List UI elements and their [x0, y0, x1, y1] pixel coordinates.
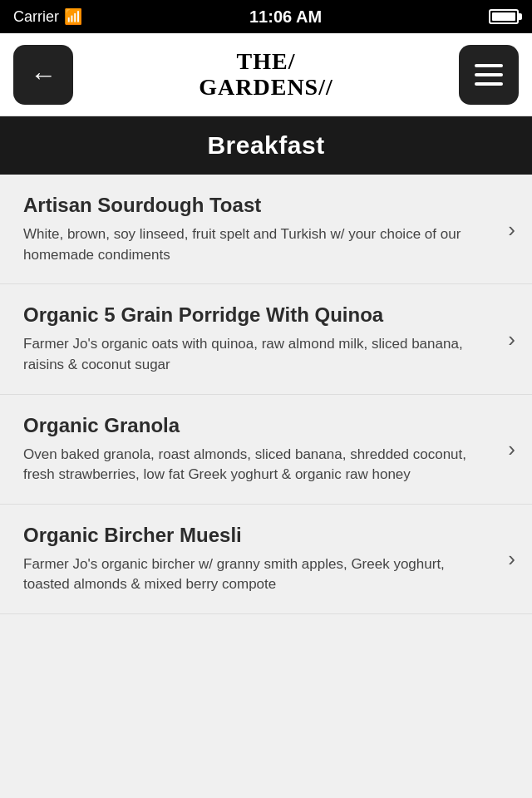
status-bar: Carrier 📶 11:06 AM [0, 0, 532, 33]
menu-item-title: Organic Granola [23, 413, 482, 438]
chevron-right-icon: › [508, 326, 515, 352]
nav-bar: ← THE/ GARDENS// [0, 33, 532, 116]
battery-icon [489, 9, 519, 24]
menu-item[interactable]: Organic GranolaOven baked granola, roast… [0, 395, 532, 505]
battery-indicator [489, 9, 519, 24]
menu-item-title: Artisan Sourdough Toast [23, 193, 482, 218]
menu-item[interactable]: Organic Bircher MuesliFarmer Jo's organi… [0, 505, 532, 614]
menu-item-title: Organic 5 Grain Porridge With Quinoa [23, 303, 482, 328]
menu-item-description: Farmer Jo's organic oats with quinoa, ra… [23, 334, 482, 375]
back-arrow-icon: ← [30, 62, 57, 88]
chevron-right-icon: › [508, 436, 515, 462]
menu-icon [475, 64, 503, 86]
app-logo: THE/ GARDENS// [199, 49, 332, 101]
menu-item[interactable]: Artisan Sourdough ToastWhite, brown, soy… [0, 175, 532, 284]
menu-item-description: Farmer Jo's organic bircher w/ granny sm… [23, 554, 482, 595]
carrier-label: Carrier [13, 8, 59, 26]
menu-list: Artisan Sourdough ToastWhite, brown, soy… [0, 175, 532, 614]
menu-item-description: Oven baked granola, roast almonds, slice… [23, 445, 482, 485]
wifi-icon: 📶 [64, 7, 82, 26]
logo-line2: GARDENS// [199, 75, 332, 101]
section-header: Breakfast [0, 116, 532, 175]
back-button[interactable]: ← [13, 45, 73, 105]
menu-item-description: White, brown, soy linseed, fruit spelt a… [23, 224, 482, 265]
chevron-right-icon: › [508, 216, 515, 242]
chevron-right-icon: › [508, 546, 515, 572]
carrier-wifi: Carrier 📶 [13, 7, 82, 26]
battery-fill [492, 12, 515, 21]
menu-item-title: Organic Bircher Muesli [23, 523, 482, 548]
status-time: 11:06 AM [249, 7, 322, 27]
menu-button[interactable] [459, 45, 519, 105]
section-title: Breakfast [207, 131, 324, 159]
menu-item[interactable]: Organic 5 Grain Porridge With QuinoaFarm… [0, 284, 532, 394]
logo-line1: THE/ [199, 49, 332, 75]
